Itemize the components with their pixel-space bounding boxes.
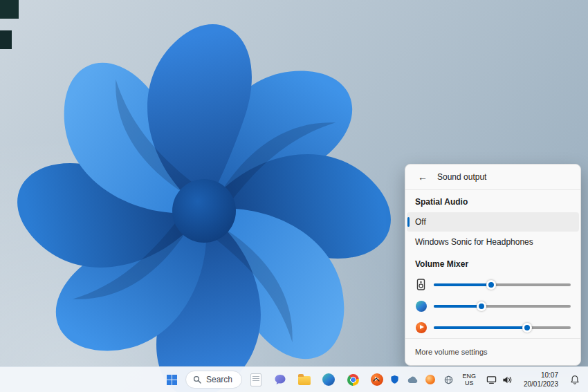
slider-thumb[interactable] — [477, 301, 486, 311]
taskbar-app-notepad[interactable] — [246, 369, 266, 390]
flyout-header: ← Sound output — [405, 165, 580, 190]
volume-mixer-section: Volume Mixer — [405, 252, 580, 338]
firefox-icon — [425, 375, 435, 384]
slider-fill — [434, 283, 491, 286]
system-volume-slider[interactable] — [434, 280, 571, 290]
system-speaker-icon — [415, 279, 427, 290]
search-label: Search — [206, 375, 232, 384]
volume-mixer-label: Volume Mixer — [405, 252, 580, 274]
search-icon — [193, 375, 201, 384]
language-line1: ENG — [462, 373, 476, 380]
language-indicator[interactable]: ENG US — [457, 373, 481, 387]
volume-row-system — [405, 274, 580, 295]
globe-icon — [444, 375, 453, 384]
more-volume-settings-link[interactable]: More volume settings — [415, 348, 488, 356]
language-line2: US — [465, 380, 474, 386]
tray-onedrive[interactable] — [403, 370, 421, 389]
selected-accent-bar — [407, 217, 410, 227]
cloud-icon — [407, 376, 418, 384]
notification-bell[interactable] — [564, 370, 586, 389]
notification-bell-icon — [570, 375, 580, 385]
chat-icon — [274, 373, 286, 386]
taskbar: Search — [0, 366, 588, 392]
shield-icon — [390, 375, 399, 384]
slider-fill — [434, 326, 527, 329]
tray-windows-security[interactable] — [385, 370, 403, 389]
option-label: Off — [415, 217, 426, 227]
network-volume-group[interactable] — [481, 370, 518, 389]
taskbar-app-edge[interactable] — [318, 369, 339, 390]
flyout-footer: More volume settings — [405, 338, 580, 365]
hidden-icons-chevron[interactable] — [367, 370, 385, 389]
taskbar-search[interactable]: Search — [185, 371, 242, 389]
windows-logo-icon — [167, 375, 177, 385]
notepad-icon — [250, 373, 261, 386]
spatial-audio-label: Spatial Audio — [405, 190, 580, 212]
tray-globe[interactable] — [439, 370, 457, 389]
artifact-square-left-edge — [0, 30, 12, 49]
chevron-up-icon — [373, 377, 380, 382]
taskbar-app-file-explorer[interactable] — [294, 369, 315, 390]
sound-output-flyout: ← Sound output Spatial Audio Off Windows… — [405, 164, 581, 366]
artifact-square-top-left — [0, 0, 19, 19]
flyout-title: Sound output — [437, 172, 486, 182]
edge-icon — [322, 373, 335, 386]
clock-date: 20/01/2023 — [524, 380, 558, 389]
spatial-audio-option-off[interactable]: Off — [407, 212, 579, 232]
media-volume-slider[interactable] — [434, 323, 571, 333]
back-button[interactable]: ← — [415, 171, 430, 183]
tray-firefox[interactable] — [421, 370, 439, 389]
clock[interactable]: 10:07 20/01/2023 — [518, 371, 564, 389]
desktop: ← Sound output Spatial Audio Off Windows… — [0, 0, 588, 392]
spatial-audio-option-windows-sonic[interactable]: Windows Sonic for Headphones — [407, 232, 579, 252]
file-explorer-icon — [298, 376, 311, 385]
spatial-audio-section: Spatial Audio Off Windows Sonic for Head… — [405, 190, 580, 252]
media-player-app-icon — [415, 321, 427, 333]
edge-app-icon — [415, 300, 427, 312]
slider-thumb[interactable] — [522, 323, 532, 333]
system-tray: ENG US 10:07 20/01/2023 — [367, 367, 586, 392]
network-icon — [486, 375, 497, 384]
option-label: Windows Sonic for Headphones — [415, 237, 533, 247]
slider-fill — [434, 305, 481, 308]
volume-row-edge — [405, 295, 580, 317]
slider-thumb[interactable] — [486, 280, 496, 290]
taskbar-center-group: Search — [161, 367, 387, 392]
start-button[interactable] — [161, 369, 182, 390]
volume-icon — [502, 375, 513, 384]
clock-time: 10:07 — [541, 371, 558, 380]
volume-row-media-player — [405, 317, 580, 338]
chrome-icon — [347, 374, 359, 386]
taskbar-app-chat[interactable] — [270, 369, 291, 390]
taskbar-app-chrome[interactable] — [342, 369, 363, 390]
edge-volume-slider[interactable] — [434, 301, 571, 311]
